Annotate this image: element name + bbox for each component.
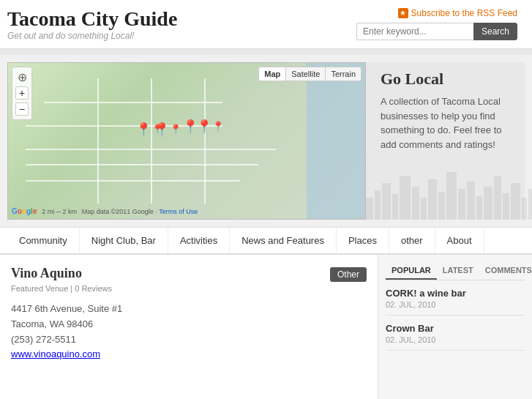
site-title: Tacoma City Guide xyxy=(7,7,177,31)
venue-website-link[interactable]: www.vinoaquino.com xyxy=(11,348,100,359)
search-button[interactable]: Search xyxy=(473,23,517,40)
go-local-title: Go Local xyxy=(381,70,510,89)
venue-featured-label: Featured Venue | 0 Reviews xyxy=(11,284,112,293)
nav-item-nightclub[interactable]: Night Club, Bar xyxy=(80,228,168,253)
svg-rect-7 xyxy=(428,179,437,220)
search-input[interactable] xyxy=(356,23,473,40)
svg-rect-0 xyxy=(366,198,373,220)
map-placeholder: 📍 📍 📍 📍 Map Satellite Terrain ⊕ + − Goog… xyxy=(8,63,365,219)
svg-rect-13 xyxy=(484,187,492,220)
zoom-out-button[interactable]: − xyxy=(15,102,29,116)
map-copyright: Map data ©2011 Google · Terms of Use xyxy=(82,208,198,215)
nav-item-news[interactable]: News and Features xyxy=(230,228,337,253)
venue-details: 4417 6th Avenue, Suite #1 Tacoma, WA 984… xyxy=(11,302,367,362)
compass-icon: ⊕ xyxy=(18,70,27,84)
svg-rect-6 xyxy=(421,198,427,220)
nav-item-places[interactable]: Places xyxy=(337,228,389,253)
venue-website[interactable]: www.vinoaquino.com xyxy=(11,347,367,362)
venue-address-2: Tacoma, WA 98406 xyxy=(11,317,367,332)
rss-label: Subscribe to the RSS Feed xyxy=(411,8,517,18)
map-pin[interactable]: 📍 xyxy=(162,122,173,137)
svg-rect-9 xyxy=(446,172,457,220)
svg-rect-16 xyxy=(511,183,520,220)
tab-popular[interactable]: POPULAR xyxy=(386,262,437,280)
svg-rect-3 xyxy=(392,194,398,220)
header-right: ★ Subscribe to the RSS Feed Search xyxy=(356,8,517,40)
go-local-description: A collection of Tacoma Local businesses … xyxy=(381,94,510,152)
map-section: 📍 📍 📍 📍 Map Satellite Terrain ⊕ + − Goog… xyxy=(0,55,532,227)
city-silhouette xyxy=(366,161,532,220)
map-footer: Google 2 mi ─ 2 km Map data ©2011 Google… xyxy=(12,207,198,215)
nav-item-other[interactable]: other xyxy=(389,228,435,253)
nav: Community Night Club, Bar Activities New… xyxy=(0,227,532,255)
svg-rect-5 xyxy=(412,187,419,220)
top-banner xyxy=(0,49,532,55)
tab-latest[interactable]: LATEST xyxy=(437,262,479,280)
left-panel: Other Vino Aquino Featured Venue | 0 Rev… xyxy=(0,255,378,399)
map-type-map[interactable]: Map xyxy=(259,67,286,81)
venue-badge: Other xyxy=(330,267,367,282)
map-road xyxy=(97,78,99,203)
main-content: Other Vino Aquino Featured Venue | 0 Rev… xyxy=(0,255,532,399)
tab-comments[interactable]: COMMENTS xyxy=(479,262,532,280)
sidebar-tabs: POPULAR LATEST COMMENTS TAGS xyxy=(386,262,525,280)
header-left: Tacoma City Guide Get out and do somethi… xyxy=(7,7,177,41)
map-type-controls: Map Satellite Terrain xyxy=(258,67,361,81)
go-local-section: Go Local A collection of Tacoma Local bu… xyxy=(366,62,525,220)
header: Tacoma City Guide Get out and do somethi… xyxy=(0,0,532,49)
nav-item-about[interactable]: About xyxy=(435,228,484,253)
venue-phone: (253) 272-5511 xyxy=(11,332,367,348)
post-date-1: 02. JUL, 2010 xyxy=(386,300,525,309)
map-road xyxy=(204,78,206,203)
map-road xyxy=(44,102,222,103)
svg-rect-18 xyxy=(528,189,532,220)
svg-rect-11 xyxy=(467,182,475,220)
map-water xyxy=(307,63,365,219)
site-subtitle: Get out and do something Local! xyxy=(7,31,177,41)
search-bar: Search xyxy=(356,23,517,40)
nav-item-community[interactable]: Community xyxy=(7,228,80,253)
svg-rect-12 xyxy=(476,196,482,220)
sidebar-post-2: Crown Bar 02. JUL, 2010 xyxy=(386,323,525,351)
map-road xyxy=(151,78,152,203)
svg-rect-17 xyxy=(522,198,527,220)
zoom-in-button[interactable]: + xyxy=(15,86,29,100)
svg-rect-1 xyxy=(375,190,381,220)
map-pin[interactable]: 📍 xyxy=(204,119,216,134)
svg-rect-8 xyxy=(438,192,445,220)
venue-subtitle: Featured Venue | 0 Reviews xyxy=(11,284,367,293)
rss-link[interactable]: ★ Subscribe to the RSS Feed xyxy=(398,8,517,18)
svg-rect-15 xyxy=(503,193,509,220)
svg-rect-2 xyxy=(382,183,391,220)
post-date-2: 02. JUL, 2010 xyxy=(386,335,525,344)
sidebar-post-1: CORK! a wine bar 02. JUL, 2010 xyxy=(386,288,525,316)
post-title-1[interactable]: CORK! a wine bar xyxy=(386,288,525,299)
map-type-satellite[interactable]: Satellite xyxy=(286,67,326,81)
right-panel: POPULAR LATEST COMMENTS TAGS CORK! a win… xyxy=(378,255,532,399)
map-road xyxy=(26,180,240,182)
google-logo: Google xyxy=(12,207,39,215)
svg-rect-4 xyxy=(400,176,411,220)
svg-rect-14 xyxy=(494,176,501,220)
map-road xyxy=(26,164,258,165)
venue-address-1: 4417 6th Avenue, Suite #1 xyxy=(11,302,367,317)
venue-title: Vino Aquino xyxy=(11,266,367,281)
map-container: 📍 📍 📍 📍 Map Satellite Terrain ⊕ + − Goog… xyxy=(7,62,366,220)
map-scale: 2 mi ─ 2 km xyxy=(42,208,77,215)
svg-rect-10 xyxy=(458,189,465,220)
nav-item-activities[interactable]: Activities xyxy=(168,228,230,253)
rss-icon: ★ xyxy=(398,8,408,18)
map-type-terrain[interactable]: Terrain xyxy=(326,67,361,81)
map-controls: ⊕ + − xyxy=(12,67,32,120)
post-title-2[interactable]: Crown Bar xyxy=(386,323,525,334)
